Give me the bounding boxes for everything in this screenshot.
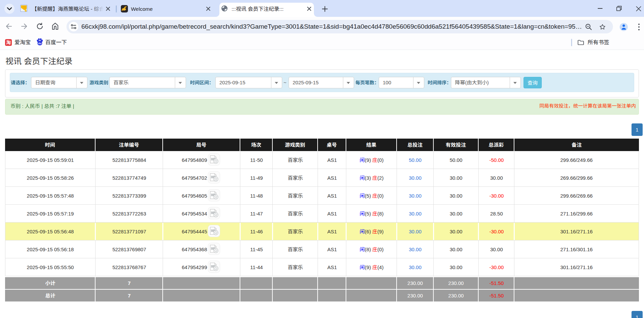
svg-text:du: du (38, 42, 42, 45)
